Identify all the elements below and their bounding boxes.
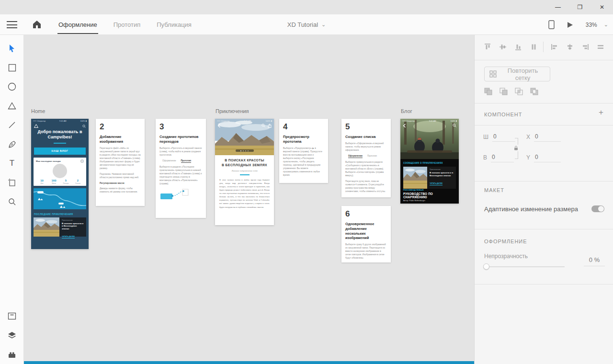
- back-icon[interactable]: [403, 124, 406, 128]
- device-preview-icon[interactable]: [548, 20, 555, 29]
- home-icon[interactable]: [32, 20, 42, 29]
- window-restore-button[interactable]: ❐: [569, 0, 591, 14]
- article-body: В этих холмах почти в любое время года б…: [219, 178, 270, 209]
- align-center-horizontal-button[interactable]: [564, 41, 576, 53]
- image-placeholder-circle[interactable]: [53, 164, 67, 178]
- map-card[interactable]: [34, 188, 86, 209]
- stat-label: Походы: [60, 182, 72, 184]
- zoom-level-value: 33%: [586, 22, 597, 28]
- tutorial-card-4[interactable]: 4 Предпросмотр прототипа Выберите «Предп…: [279, 119, 328, 183]
- assets-panel-icon[interactable]: [6, 310, 18, 322]
- zoom-level-control[interactable]: 33% ⌄: [586, 22, 608, 28]
- card-number: 4: [283, 122, 324, 132]
- lock-aspect-icon[interactable]: [514, 145, 518, 151]
- width-field[interactable]: 0: [492, 133, 515, 142]
- artboard-label-adventures[interactable]: Приключения: [216, 108, 249, 114]
- card-body: Выберите «Оформление» в верхней панели, …: [345, 142, 387, 152]
- text-tool-icon[interactable]: T: [6, 158, 18, 169]
- plugins-panel-icon[interactable]: [6, 349, 18, 360]
- share-icon[interactable]: [268, 124, 272, 128]
- card-title: Создание списка: [345, 135, 387, 139]
- tutorial-card-5[interactable]: 5 Создание списка Выберите «Оформление» …: [341, 119, 391, 197]
- layers-panel-icon[interactable]: [6, 330, 18, 341]
- component-section-label: КОМПОНЕНТ: [484, 112, 522, 117]
- dismiss-icon[interactable]: ✕: [80, 159, 84, 163]
- window-close-button[interactable]: ✕: [591, 0, 613, 14]
- stat-value: 10: [36, 179, 48, 182]
- photo-carousel-dots[interactable]: [236, 149, 254, 152]
- article-divider: [240, 174, 250, 175]
- boolean-union-button[interactable]: [482, 85, 495, 98]
- pen-tool-icon[interactable]: [6, 138, 18, 150]
- boolean-subtract-button[interactable]: [498, 85, 510, 98]
- add-component-icon[interactable]: +: [599, 108, 603, 117]
- height-field[interactable]: 0: [491, 154, 514, 162]
- rectangle-tool-icon[interactable]: [6, 62, 18, 73]
- tab-design[interactable]: Оформление: [57, 14, 98, 35]
- distribute-horizontal-button[interactable]: [594, 41, 607, 53]
- align-middle-vertical-button[interactable]: [497, 41, 509, 53]
- zoom-tool-icon[interactable]: [6, 196, 18, 207]
- tutorial-card-2[interactable]: 2 Добавление изображения Перетащите файл…: [96, 119, 145, 206]
- x-field[interactable]: 0: [534, 133, 561, 142]
- read-more-link[interactable]: ЧИТАТЬ ДАЛЕЕ: [430, 182, 443, 185]
- appearance-section-label: ОФОРМЛЕНИЕ: [484, 239, 527, 244]
- card-body: Выберите «Предпросмотр» ▶ в верхней пане…: [283, 147, 324, 177]
- recent-adventures-header: ПОСЛЕДНИЕ ПРИКЛЮЧЕНИЯ: [34, 213, 86, 216]
- battery-label: 100%: [80, 120, 85, 122]
- artboard-label-home[interactable]: Home: [31, 108, 45, 114]
- mock-mode-tabs: Оформление Прототип: [159, 159, 202, 163]
- search-icon[interactable]: [261, 124, 265, 128]
- height-label: В: [483, 154, 487, 162]
- distribute-vertical-button[interactable]: [527, 41, 540, 53]
- card-number: 6: [345, 209, 387, 219]
- boolean-exclude-button[interactable]: [528, 85, 541, 98]
- read-more-link[interactable]: ЧИТАТЬ ДАЛЕЕ: [62, 236, 75, 239]
- design-canvas[interactable]: Home Приключения Блог ••••• Оператор 9:4…: [24, 35, 474, 364]
- align-right-button[interactable]: [579, 41, 591, 53]
- back-icon[interactable]: [217, 124, 221, 128]
- repeat-grid-button[interactable]: Повторить сетку: [484, 67, 550, 81]
- ellipse-tool-icon[interactable]: [6, 81, 18, 92]
- mock-tab-prototype: Прототип: [367, 155, 377, 158]
- polygon-tool-icon[interactable]: [6, 100, 18, 112]
- tab-share[interactable]: Публикация: [156, 14, 193, 35]
- responsive-resize-toggle[interactable]: [591, 205, 604, 212]
- recent-trips-card[interactable]: Мои последние походы ✕ 10Дни 160Мили 5По…: [34, 158, 86, 186]
- tab-prototype[interactable]: Прототип: [113, 14, 142, 35]
- stat-value: 5: [60, 179, 72, 182]
- align-left-button[interactable]: [548, 41, 561, 53]
- adventure-post-card[interactable]: Приключения В поисках красоты и в Беспло…: [34, 217, 86, 237]
- tent-icon: [60, 205, 66, 208]
- adventure-post-card[interactable]: Приключения В поисках красоты и в Беспло…: [403, 167, 456, 189]
- play-preview-icon[interactable]: [567, 22, 573, 28]
- post-title: В поисках красоты и в Бесплодных землях: [62, 222, 84, 231]
- opacity-slider[interactable]: [484, 266, 565, 267]
- window-minimize-button[interactable]: —: [547, 0, 569, 14]
- y-field[interactable]: 0: [534, 154, 561, 162]
- boolean-intersect-button[interactable]: [513, 85, 525, 98]
- line-tool-icon[interactable]: [6, 119, 18, 131]
- our-blog-button[interactable]: НАШ БЛОГ: [34, 148, 86, 155]
- opacity-slider-knob[interactable]: [483, 263, 489, 270]
- search-icon[interactable]: [453, 124, 456, 128]
- tutorial-card-6[interactable]: 6 Одновременное добавление нескольких из…: [341, 206, 391, 262]
- artboard-label-blog[interactable]: Блог: [401, 108, 412, 114]
- clock-label: 9:41 AM: [59, 120, 67, 122]
- document-title-menu[interactable]: XD Tutorial ⌄: [287, 14, 326, 35]
- select-tool-icon[interactable]: [6, 43, 18, 54]
- align-top-button[interactable]: [481, 41, 494, 53]
- badlands-photo: [403, 167, 427, 189]
- opacity-value-field[interactable]: 0 %: [584, 256, 605, 266]
- partial-artboard-bottom[interactable]: [24, 361, 474, 364]
- artboard-tool-icon[interactable]: [6, 177, 18, 188]
- artboard-home[interactable]: ••••• Оператор 9:41 AM 100% ▮ Добро пожа…: [31, 119, 89, 249]
- align-bottom-button[interactable]: [512, 41, 524, 53]
- stat-label: Дни: [36, 182, 48, 184]
- artboard-blog[interactable]: ••••• Оператор 9:41 AM 100% ▮ РЕКОМЕНДУЕ…: [400, 119, 459, 204]
- chevron-down-icon: ⌄: [604, 22, 608, 28]
- tutorial-card-3[interactable]: 3 Создание прототипов переходов Выберите…: [156, 119, 206, 218]
- hamburger-menu-icon[interactable]: [7, 21, 17, 28]
- opacity-label: Непрозрачность: [484, 253, 528, 260]
- artboard-adventures[interactable]: ••••• Оператор 9:41 AM 100% ▮ В ПОИСКАХ …: [215, 119, 274, 225]
